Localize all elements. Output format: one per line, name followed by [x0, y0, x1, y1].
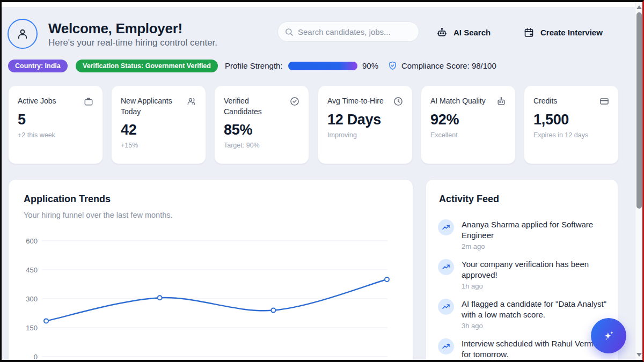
users-icon	[186, 96, 197, 107]
create-interview-label: Create Interview	[540, 28, 603, 37]
vertical-scrollbar	[635, 2, 642, 360]
profile-avatar[interactable]	[8, 19, 38, 49]
stat-card-verified-candidates: Verified Candidates 85% Target: 90%	[214, 85, 309, 164]
calendar-plus-icon	[523, 27, 535, 38]
page-title: Welcome, Employer!	[48, 20, 182, 37]
card-value: 12 Days	[327, 112, 404, 128]
credit-card-icon	[599, 96, 610, 107]
robot-icon	[496, 96, 507, 107]
card-value: 5	[18, 112, 94, 128]
profile-strength-bar	[288, 62, 357, 70]
stat-card-new-applicants: New Applicants Today 42 +15%	[111, 85, 206, 164]
feed-item-time: 1h ago	[462, 282, 608, 290]
search-icon	[284, 27, 294, 36]
feed-item[interactable]: Ananya Sharma applied for Software Engin…	[438, 219, 607, 250]
verification-status-badge: Verification Status: Government Verified	[76, 60, 218, 72]
card-sub: Target: 90%	[224, 142, 300, 149]
trends-line-chart: 0150300450600	[17, 231, 398, 362]
stat-card-active-jobs: Active Jobs 5 +2 this week	[8, 85, 103, 164]
search-input[interactable]	[298, 27, 412, 36]
create-interview-button[interactable]: Create Interview	[523, 24, 603, 40]
profile-strength-label: Profile Strength:	[225, 61, 283, 70]
activity-feed-panel: Activity Feed Ananya Sharma applied for …	[426, 179, 618, 362]
feed-item[interactable]: AI flagged a candidate for "Data Analyst…	[438, 299, 607, 330]
card-sub: +2 this week	[18, 131, 94, 139]
ai-assistant-fab[interactable]	[591, 318, 626, 353]
compliance-score: Compliance Score: 98/100	[401, 61, 496, 70]
profile-strength-value: 90%	[362, 61, 378, 70]
card-value: 42	[121, 122, 197, 138]
card-sub: Excellent	[430, 131, 507, 139]
shield-check-icon	[387, 61, 398, 71]
country-badge: Country: India	[8, 60, 68, 72]
search-box[interactable]	[277, 21, 419, 42]
card-sub: Expires in 12 days	[533, 131, 610, 139]
svg-text:600: 600	[26, 237, 38, 245]
robot-icon	[436, 27, 448, 38]
feed-item-time: 3h ago	[462, 322, 608, 330]
svg-text:150: 150	[26, 324, 38, 332]
card-value: 1,500	[533, 112, 610, 128]
sparkles-icon	[602, 329, 616, 343]
trending-up-icon	[438, 338, 454, 354]
application-trends-panel: Application Trends Your hiring funnel ov…	[8, 179, 413, 362]
card-value: 85%	[224, 122, 300, 138]
stat-card-avg-time-to-hire: Avg Time-to-Hire 12 Days Improving	[318, 85, 413, 164]
stat-card-credits: Credits 1,500 Expires in 12 days	[524, 85, 619, 164]
svg-text:0: 0	[34, 353, 38, 361]
feed-item-text: Your company verification has been appro…	[462, 259, 608, 280]
card-label: AI Match Quality	[430, 95, 486, 106]
feed-item[interactable]: Your company verification has been appro…	[438, 259, 607, 290]
feed-item-text: AI flagged a candidate for "Data Analyst…	[462, 299, 608, 320]
ai-search-label: AI Search	[453, 28, 491, 37]
check-circle-icon	[289, 96, 300, 107]
card-value: 92%	[430, 112, 507, 128]
trending-up-icon	[438, 219, 454, 235]
top-strip	[2, 2, 642, 7]
trends-subtitle: Your hiring funnel over the last few mon…	[24, 211, 173, 219]
scrollbar-thumb[interactable]	[636, 12, 642, 209]
feed-item-text: Interview scheduled with Rahul Verma for…	[462, 338, 608, 360]
user-icon	[16, 27, 30, 41]
scroll-up-arrow-icon[interactable]	[636, 5, 642, 9]
feed-item-text: Ananya Sharma applied for Software Engin…	[462, 219, 608, 241]
activity-feed-title: Activity Feed	[439, 194, 499, 205]
svg-text:450: 450	[26, 266, 38, 274]
card-label: Credits	[533, 95, 557, 106]
svg-text:300: 300	[26, 295, 38, 303]
page-subtitle: Here's your real-time hiring control cen…	[48, 38, 217, 48]
trending-up-icon	[438, 299, 454, 315]
clock-icon	[393, 96, 404, 107]
feed-item[interactable]: Interview scheduled with Rahul Verma for…	[438, 338, 607, 360]
card-label: Active Jobs	[18, 95, 56, 106]
card-label: Verified Candidates	[224, 95, 287, 117]
employer-dashboard: Welcome, Employer! Here's your real-time…	[0, 0, 644, 362]
card-label: Avg Time-to-Hire	[327, 95, 384, 106]
trending-up-icon	[438, 259, 454, 275]
ai-search-button[interactable]: AI Search	[436, 24, 491, 40]
card-sub: Improving	[327, 131, 404, 139]
feed-item-time: 2m ago	[462, 242, 608, 250]
trends-title: Application Trends	[24, 194, 111, 205]
stat-card-ai-match-quality: AI Match Quality 92% Excellent	[421, 85, 516, 164]
card-sub: +15%	[121, 142, 197, 149]
activity-feed-list: Ananya Sharma applied for Software Engin…	[438, 219, 607, 362]
card-label: New Applicants Today	[121, 95, 184, 117]
scroll-down-arrow-icon[interactable]	[636, 353, 642, 357]
briefcase-icon	[83, 96, 94, 107]
